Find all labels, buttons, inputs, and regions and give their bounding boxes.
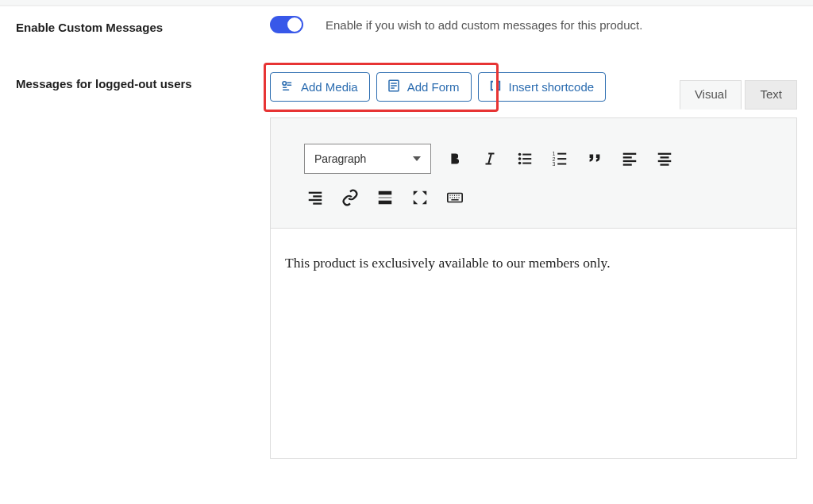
svg-rect-26 xyxy=(379,191,392,195)
readmore-button[interactable] xyxy=(374,187,396,209)
media-icon xyxy=(280,79,295,95)
svg-rect-21 xyxy=(661,164,669,165)
link-button[interactable] xyxy=(339,187,361,209)
align-left-button[interactable] xyxy=(618,148,641,170)
svg-rect-20 xyxy=(658,160,672,162)
insert-shortcode-button[interactable]: Insert shortcode xyxy=(478,72,607,102)
svg-rect-17 xyxy=(623,164,632,165)
enable-label: Enable Custom Messages xyxy=(16,21,163,34)
svg-rect-5 xyxy=(522,154,531,156)
align-right-button[interactable] xyxy=(304,187,326,209)
add-media-label: Add Media xyxy=(301,80,358,94)
shortcode-icon xyxy=(488,79,503,95)
svg-rect-7 xyxy=(522,163,531,164)
add-media-button[interactable]: Add Media xyxy=(270,72,370,102)
tab-text[interactable]: Text xyxy=(745,80,797,110)
svg-point-3 xyxy=(518,157,522,160)
fullscreen-button[interactable] xyxy=(409,187,431,209)
form-icon xyxy=(387,79,401,95)
svg-rect-25 xyxy=(313,202,322,204)
bold-button[interactable] xyxy=(444,148,466,170)
svg-rect-13 xyxy=(557,164,566,165)
svg-rect-18 xyxy=(658,153,672,155)
svg-rect-19 xyxy=(661,156,669,158)
numbered-list-button[interactable]: 123 xyxy=(549,148,571,170)
svg-point-0 xyxy=(283,82,287,86)
svg-rect-27 xyxy=(379,197,392,198)
svg-text:3: 3 xyxy=(553,161,556,167)
svg-rect-11 xyxy=(557,153,566,155)
blockquote-button[interactable] xyxy=(584,148,606,170)
editor-content[interactable]: This product is exclusively available to… xyxy=(270,229,797,459)
tab-visual[interactable]: Visual xyxy=(680,80,742,110)
svg-rect-24 xyxy=(309,199,322,201)
svg-point-4 xyxy=(518,162,522,165)
svg-rect-22 xyxy=(309,192,322,194)
format-select[interactable]: Paragraph xyxy=(304,144,431,174)
messages-label: Messages for logged-out users xyxy=(16,77,192,90)
svg-rect-23 xyxy=(313,195,322,197)
editor-toolbar: Paragraph 123 xyxy=(270,117,797,229)
svg-rect-28 xyxy=(379,201,392,205)
add-form-button[interactable]: Add Form xyxy=(376,72,472,102)
insert-shortcode-label: Insert shortcode xyxy=(509,80,595,94)
format-select-label: Paragraph xyxy=(314,152,366,165)
svg-rect-14 xyxy=(623,153,637,155)
svg-rect-16 xyxy=(623,160,637,162)
chevron-down-icon xyxy=(413,156,421,161)
bullet-list-button[interactable] xyxy=(514,148,536,170)
svg-rect-6 xyxy=(522,158,531,160)
svg-rect-15 xyxy=(623,156,632,158)
keyboard-button[interactable] xyxy=(444,187,466,209)
italic-button[interactable] xyxy=(479,148,501,170)
svg-rect-12 xyxy=(557,158,566,160)
enable-toggle[interactable] xyxy=(270,16,303,33)
enable-description: Enable if you wish to add custom message… xyxy=(326,18,642,32)
add-form-label: Add Form xyxy=(407,80,460,94)
svg-point-2 xyxy=(518,153,522,156)
align-center-button[interactable] xyxy=(653,148,676,170)
